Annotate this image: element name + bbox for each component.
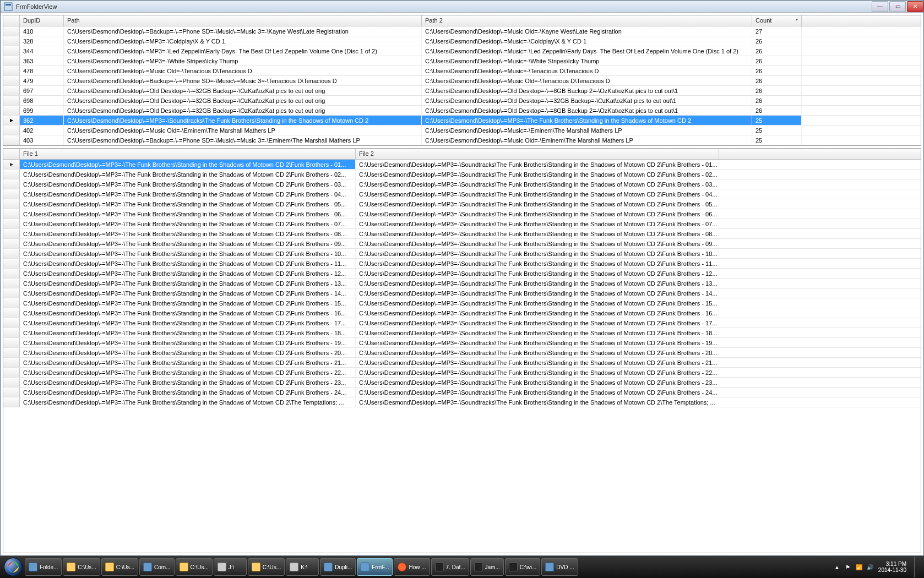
cell-dupid[interactable]: 402 [20, 126, 64, 135]
row-header[interactable] [3, 358, 20, 367]
cell-file1[interactable]: C:\Users\Desmond\Desktop\-=MP3=-\The Fun… [20, 249, 356, 258]
cell-file2[interactable]: C:\Users\Desmond\Desktop\-=MP3=-\Soundtr… [356, 368, 719, 377]
cell-file1[interactable]: C:\Users\Desmond\Desktop\-=MP3=-\The Fun… [20, 318, 356, 328]
row-header[interactable] [3, 229, 20, 238]
row-header[interactable] [3, 288, 20, 298]
cell-file1[interactable]: C:\Users\Desmond\Desktop\-=MP3=-\The Fun… [20, 259, 356, 268]
table-row[interactable]: 479C:\Users\Desmond\Desktop\-=Backup=-\-… [3, 76, 921, 86]
cell-file1[interactable]: C:\Users\Desmond\Desktop\-=MP3=-\The Fun… [20, 179, 356, 189]
table-row[interactable]: 410C:\Users\Desmond\Desktop\-=Backup=-\-… [3, 26, 921, 36]
cell-path[interactable]: C:\Users\Desmond\Desktop\-=Old Desktop=-… [64, 106, 422, 115]
cell-count[interactable]: 26 [752, 76, 802, 85]
cell-file1[interactable]: C:\Users\Desmond\Desktop\-=MP3=-\The Fun… [20, 219, 356, 228]
table-row[interactable]: C:\Users\Desmond\Desktop\-=MP3=-\The Fun… [3, 338, 921, 348]
row-header[interactable] [3, 66, 20, 75]
row-header[interactable] [3, 106, 20, 115]
cell-path2[interactable]: C:\Users\Desmond\Desktop\-=Old Desktop=-… [422, 106, 752, 115]
row-header[interactable] [3, 397, 20, 407]
cell-file1[interactable]: C:\Users\Desmond\Desktop\-=MP3=-\The Fun… [20, 288, 356, 298]
cell-path[interactable]: C:\Users\Desmond\Desktop\-=Music Old=-\T… [64, 66, 422, 75]
tray-icons[interactable]: ▲ ⚑ 📶 🔊 [833, 563, 874, 571]
table-row[interactable]: C:\Users\Desmond\Desktop\-=MP3=-\The Fun… [3, 229, 921, 239]
cell-dupid[interactable]: 363 [20, 56, 64, 66]
cell-path[interactable]: C:\Users\Desmond\Desktop\-=MP3=-\White S… [64, 56, 422, 66]
cell-path2[interactable]: C:\Users\Desmond\Desktop\-=Music=-\Tenac… [422, 66, 752, 75]
table-row[interactable]: 698C:\Users\Desmond\Desktop\-=Old Deskto… [3, 96, 921, 106]
cell-file1[interactable]: C:\Users\Desmond\Desktop\-=MP3=-\The Fun… [20, 358, 356, 367]
cell-path2[interactable]: C:\Users\Desmond\Desktop\-=Music=-\Coldp… [422, 36, 752, 46]
cell-path2[interactable]: C:\Users\Desmond\Desktop\-=Music Old=-\T… [422, 76, 752, 85]
table-row[interactable]: C:\Users\Desmond\Desktop\-=MP3=-\The Fun… [3, 328, 921, 338]
minimize-button[interactable]: — [872, 1, 888, 12]
table-row[interactable]: C:\Users\Desmond\Desktop\-=MP3=-\The Fun… [3, 279, 921, 288]
table-row[interactable]: C:\Users\Desmond\Desktop\-=MP3=-\The Fun… [3, 219, 921, 229]
cell-path2[interactable]: C:\Users\Desmond\Desktop\-=Music=-\White… [422, 56, 752, 66]
taskbar[interactable]: Folde...C:\Us...C:\Us...Com...C:\Us...J:… [0, 556, 924, 578]
cell-file1[interactable]: C:\Users\Desmond\Desktop\-=MP3=-\The Fun… [20, 209, 356, 219]
row-header[interactable] [3, 116, 20, 125]
cell-file2[interactable]: C:\Users\Desmond\Desktop\-=MP3=-\Soundtr… [356, 269, 719, 278]
taskbar-button[interactable]: C:\Us... [248, 558, 285, 576]
cell-file2[interactable]: C:\Users\Desmond\Desktop\-=MP3=-\Soundtr… [356, 397, 719, 407]
table-row[interactable]: C:\Users\Desmond\Desktop\-=MP3=-\The Fun… [3, 298, 921, 308]
cell-dupid[interactable]: 328 [20, 36, 64, 46]
cell-file1[interactable]: C:\Users\Desmond\Desktop\-=MP3=-\The Fun… [20, 269, 356, 278]
cell-file2[interactable]: C:\Users\Desmond\Desktop\-=MP3=-\Soundtr… [356, 388, 719, 397]
cell-file2[interactable]: C:\Users\Desmond\Desktop\-=MP3=-\Soundtr… [356, 298, 719, 308]
row-header[interactable] [3, 219, 20, 228]
table-row[interactable]: C:\Users\Desmond\Desktop\-=MP3=-\The Fun… [3, 199, 921, 209]
table-row[interactable]: C:\Users\Desmond\Desktop\-=MP3=-\The Fun… [3, 288, 921, 298]
cell-file2[interactable]: C:\Users\Desmond\Desktop\-=MP3=-\Soundtr… [356, 338, 719, 347]
row-header[interactable] [3, 76, 20, 85]
files-grid-body[interactable]: ▶C:\Users\Desmond\Desktop\-=MP3=-\The Fu… [3, 160, 921, 553]
table-row[interactable]: 363C:\Users\Desmond\Desktop\-=MP3=-\Whit… [3, 56, 921, 66]
table-row[interactable]: ▶C:\Users\Desmond\Desktop\-=MP3=-\The Fu… [3, 160, 921, 170]
row-header[interactable] [3, 269, 20, 278]
cell-dupid[interactable]: 697 [20, 86, 64, 95]
row-header[interactable] [3, 259, 20, 268]
taskbar-button[interactable]: Jam... [470, 558, 504, 576]
clock[interactable]: 3:11 PM 2014-11-30 [878, 561, 906, 573]
cell-file2[interactable]: C:\Users\Desmond\Desktop\-=MP3=-\Soundtr… [356, 328, 719, 337]
table-row[interactable]: C:\Users\Desmond\Desktop\-=MP3=-\The Fun… [3, 368, 921, 378]
row-header[interactable] [3, 318, 20, 328]
start-button[interactable] [2, 556, 24, 578]
cell-count[interactable]: 25 [752, 116, 802, 125]
maximize-button[interactable]: ▭ [889, 1, 906, 12]
taskbar-button[interactable]: 7. Daf... [431, 558, 469, 576]
row-header[interactable] [3, 298, 20, 308]
row-header[interactable] [3, 26, 20, 36]
row-header[interactable] [3, 239, 20, 248]
folders-grid-body[interactable]: 410C:\Users\Desmond\Desktop\-=Backup=-\-… [3, 26, 921, 145]
cell-file2[interactable]: C:\Users\Desmond\Desktop\-=MP3=-\Soundtr… [356, 229, 719, 238]
row-header[interactable] [3, 388, 20, 397]
taskbar-button[interactable]: C:\Us... [101, 558, 138, 576]
table-row[interactable]: 478C:\Users\Desmond\Desktop\-=Music Old=… [3, 66, 921, 76]
table-row[interactable]: C:\Users\Desmond\Desktop\-=MP3=-\The Fun… [3, 358, 921, 368]
row-header-column[interactable] [3, 149, 20, 159]
cell-dupid[interactable]: 479 [20, 76, 64, 85]
cell-count[interactable]: 26 [752, 86, 802, 95]
row-header[interactable] [3, 36, 20, 46]
table-row[interactable]: 362C:\Users\Desmond\Desktop\-=MP3=-\Soun… [3, 116, 921, 126]
cell-file2[interactable]: C:\Users\Desmond\Desktop\-=MP3=-\Soundtr… [356, 199, 719, 209]
cell-file1[interactable]: C:\Users\Desmond\Desktop\-=MP3=-\The Fun… [20, 368, 356, 377]
taskbar-button[interactable]: FrmF... [357, 558, 393, 576]
taskbar-button[interactable]: C:\Us... [176, 558, 213, 576]
cell-file1[interactable]: C:\Users\Desmond\Desktop\-=MP3=-\The Fun… [20, 348, 356, 357]
row-header[interactable] [3, 308, 20, 318]
cell-file1[interactable]: C:\Users\Desmond\Desktop\-=MP3=-\The Fun… [20, 279, 356, 288]
cell-file2[interactable]: C:\Users\Desmond\Desktop\-=MP3=-\Soundtr… [356, 378, 719, 387]
cell-file1[interactable]: C:\Users\Desmond\Desktop\-=MP3=-\The Fun… [20, 338, 356, 347]
cell-path2[interactable]: C:\Users\Desmond\Desktop\-=Old Desktop=-… [422, 96, 752, 105]
show-desktop-button[interactable] [914, 557, 920, 577]
cell-path[interactable]: C:\Users\Desmond\Desktop\-=MP3=-\Led Zep… [64, 46, 422, 56]
row-header[interactable] [3, 249, 20, 258]
row-header[interactable] [3, 179, 20, 189]
row-header[interactable] [3, 279, 20, 288]
table-row[interactable]: C:\Users\Desmond\Desktop\-=MP3=-\The Fun… [3, 170, 921, 179]
folders-grid[interactable]: DupID Path Path 2 Count 410C:\Users\Desm… [3, 15, 921, 146]
row-header[interactable] [3, 56, 20, 66]
row-header[interactable] [3, 368, 20, 377]
taskbar-button[interactable]: C:\wi... [505, 558, 541, 576]
